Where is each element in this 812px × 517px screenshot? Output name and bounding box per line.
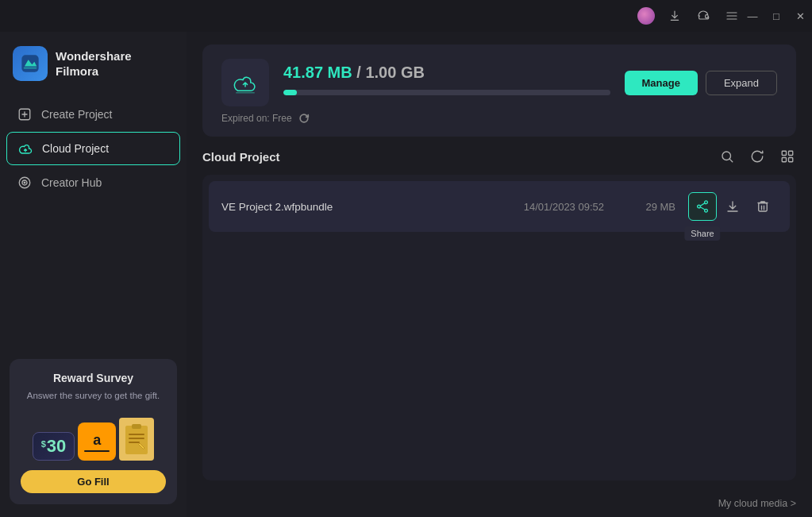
- reward-images: $ 30 a: [21, 410, 166, 461]
- logo-icon: [13, 46, 48, 81]
- svg-rect-13: [782, 151, 786, 155]
- share-icon: [695, 199, 710, 214]
- reward-title: Reward Survey: [21, 372, 166, 384]
- app-body: Wondershare Filmora Create Project Cloud…: [0, 32, 812, 517]
- manage-button[interactable]: Manage: [625, 71, 698, 95]
- svg-rect-20: [759, 203, 768, 212]
- plus-square-icon: [17, 107, 32, 122]
- svg-rect-11: [236, 92, 255, 94]
- svg-rect-16: [789, 158, 793, 162]
- sidebar-item-creator-hub[interactable]: Creator Hub: [6, 167, 180, 199]
- download-file-button[interactable]: [718, 192, 747, 221]
- storage-expired: Expired on: Free: [221, 113, 777, 124]
- cloud-storage-icon: [221, 59, 269, 106]
- sidebar-nav: Create Project Cloud Project Creator Hub: [0, 98, 187, 199]
- table-row: VE Project 2.wfpbundle 14/01/2023 09:52 …: [209, 181, 790, 232]
- user-avatar-icon[interactable]: [637, 7, 655, 25]
- refresh-icon[interactable]: [298, 113, 310, 124]
- share-button[interactable]: Share: [688, 192, 717, 221]
- project-section-title: Cloud Project: [202, 150, 280, 164]
- minimize-button[interactable]: —: [747, 10, 758, 21]
- maximize-button[interactable]: □: [771, 10, 782, 21]
- cloud-icon: [18, 141, 33, 156]
- my-cloud-media-link[interactable]: My cloud media >: [718, 498, 796, 509]
- svg-point-17: [705, 201, 708, 204]
- project-actions: Share: [688, 192, 777, 221]
- reward-desc: Answer the survey to get the gift.: [21, 389, 166, 402]
- storage-separator: /: [356, 64, 365, 81]
- svg-rect-15: [782, 158, 786, 162]
- main-content: 41.87 MB / 1.00 GB Manage Expand Expired…: [187, 32, 812, 517]
- grid-view-icon[interactable]: [779, 148, 796, 165]
- storage-info: 41.87 MB / 1.00 GB: [283, 64, 610, 102]
- download-icon: [725, 199, 740, 214]
- storage-progress-bar: [283, 90, 610, 95]
- share-tooltip: Share: [684, 226, 720, 241]
- project-file-date: 14/01/2023 09:52: [524, 201, 604, 213]
- go-fill-button[interactable]: Go Fill: [21, 470, 166, 493]
- title-bar: — □ ✕: [0, 0, 812, 32]
- search-icon[interactable]: [718, 148, 736, 165]
- svg-rect-14: [789, 151, 793, 155]
- trash-icon: [756, 199, 770, 214]
- storage-size: 41.87 MB / 1.00 GB: [283, 64, 610, 82]
- project-file-name: VE Project 2.wfpbundle: [221, 201, 524, 213]
- storage-actions: Manage Expand: [625, 71, 778, 95]
- svg-point-5: [24, 182, 25, 183]
- amazon-card: a: [78, 422, 116, 461]
- svg-rect-9: [129, 438, 144, 439]
- reward-card: Reward Survey Answer the survey to get t…: [10, 359, 177, 504]
- svg-rect-1: [24, 68, 37, 69]
- svg-rect-6: [125, 426, 148, 454]
- svg-rect-10: [129, 442, 140, 443]
- sidebar-item-create-project[interactable]: Create Project: [6, 98, 180, 130]
- project-list: VE Project 2.wfpbundle 14/01/2023 09:52 …: [202, 175, 796, 480]
- window-controls: — □ ✕: [747, 10, 806, 21]
- storage-card: 41.87 MB / 1.00 GB Manage Expand Expired…: [202, 44, 796, 137]
- svg-point-19: [705, 209, 708, 212]
- sidebar-item-cloud-project[interactable]: Cloud Project: [6, 132, 180, 165]
- delete-file-button[interactable]: [749, 192, 777, 221]
- title-bar-icons: [637, 7, 741, 25]
- sidebar: Wondershare Filmora Create Project Cloud…: [0, 32, 187, 517]
- storage-top: 41.87 MB / 1.00 GB Manage Expand: [221, 59, 777, 106]
- main-footer: My cloud media >: [187, 493, 812, 517]
- project-section: Cloud Project VE Project 2.wfpbundle: [202, 148, 796, 480]
- project-toolbar: [718, 148, 796, 165]
- target-icon: [17, 176, 32, 190]
- expand-button[interactable]: Expand: [706, 71, 777, 95]
- project-header: Cloud Project: [202, 148, 796, 165]
- project-file-size: 29 MB: [636, 201, 675, 213]
- clipboard-card: [119, 418, 154, 461]
- menu-icon[interactable]: [723, 7, 741, 25]
- refresh-project-icon[interactable]: [749, 148, 766, 165]
- svg-rect-8: [129, 434, 144, 435]
- headset-icon[interactable]: [695, 7, 712, 25]
- close-button[interactable]: ✕: [795, 10, 806, 21]
- app-logo: Wondershare Filmora: [0, 32, 187, 98]
- svg-rect-7: [132, 424, 141, 429]
- download-icon[interactable]: [666, 7, 683, 25]
- storage-bar-fill: [283, 90, 297, 95]
- app-name: Wondershare Filmora: [56, 48, 132, 79]
- svg-point-18: [698, 205, 701, 208]
